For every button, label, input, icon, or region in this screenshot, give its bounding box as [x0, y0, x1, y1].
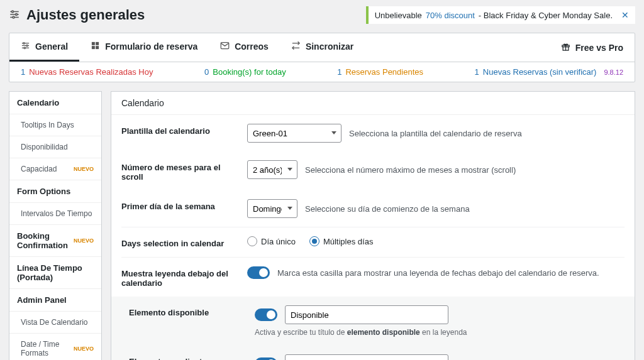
tab-label: Sincronizar	[306, 41, 353, 52]
disp-toggle[interactable]	[255, 308, 277, 321]
plantilla-select[interactable]: Green-01	[247, 124, 341, 143]
sidebar-item-label: Capacidad	[21, 165, 57, 173]
sidebar-item-label: Booking Confirmation	[17, 231, 74, 250]
close-icon[interactable]: ✕	[621, 10, 629, 20]
meses-help: Selecciona el número máximo de meses a m…	[305, 165, 516, 175]
sidebar-item-datetime[interactable]: Date / Time FormatsNUEVO	[9, 334, 101, 360]
sidebar-item-disponibilidad[interactable]: Disponibilidad	[9, 136, 101, 158]
sidebar-item-capacidad[interactable]: CapacidadNUEVO	[9, 158, 101, 180]
banner-post: - Black Friday & Cyber Monday Sale.	[479, 11, 613, 20]
stat-unverified[interactable]: 1 Nuevas Reservas (sin verificar)	[475, 67, 597, 77]
sidebar-item-label: Admin Panel	[17, 295, 67, 305]
stat-number: 1	[475, 67, 479, 77]
pend-label: Elemento pendiente	[129, 354, 242, 360]
primer-select[interactable]: Domingo	[247, 199, 297, 218]
disp-help: Activa y escribe tu título de elemento d…	[255, 328, 617, 337]
sidebar-item-label: Tooltips In Days	[21, 121, 74, 129]
stat-label: Reservas Pendientes	[345, 67, 423, 77]
tab-sincronizar[interactable]: Sincronizar	[280, 33, 365, 62]
section-title: Calendario	[111, 92, 635, 115]
leyenda-toggle[interactable]	[247, 266, 270, 279]
sidebar-item-form-options[interactable]: Form Options	[9, 180, 101, 203]
sliders-icon	[21, 41, 30, 52]
nuevo-badge: NUEVO	[74, 346, 94, 352]
tab-label: Correos	[235, 41, 269, 52]
tab-formulario[interactable]: Formulario de reserva	[79, 33, 209, 62]
sidebar-item-linea[interactable]: Línea De Tiempo (Portada)	[9, 257, 101, 289]
plantilla-help: Selecciona la plantilla del calendario d…	[349, 129, 522, 138]
banner-pre: Unbelievable	[375, 11, 422, 20]
tab-correos[interactable]: Correos	[209, 33, 280, 62]
leyenda-help: Marca esta casilla para mostrar una leye…	[277, 268, 599, 278]
svg-point-10	[26, 45, 28, 46]
meses-select[interactable]: 2 año(s)	[247, 160, 297, 179]
disp-input[interactable]	[285, 305, 448, 324]
banner-link[interactable]: 70% discount	[426, 11, 475, 20]
svg-rect-13	[96, 42, 99, 45]
sliders-icon	[9, 9, 20, 22]
svg-point-3	[12, 11, 14, 13]
stat-number: 1	[21, 67, 25, 77]
primer-help: Seleccione su día de comienzo de la sema…	[305, 204, 470, 214]
plantilla-label: Plantilla del calendario	[121, 124, 235, 136]
tab-general[interactable]: General	[9, 33, 79, 62]
pend-toggle[interactable]	[255, 357, 277, 360]
free-pro-label: Free vs Pro	[575, 43, 623, 53]
svg-point-5	[13, 16, 14, 18]
sidebar-item-vista[interactable]: Vista De Calendario	[9, 312, 101, 334]
svg-point-11	[24, 47, 26, 49]
radio-label: Día único	[261, 237, 296, 246]
nuevo-badge: NUEVO	[74, 166, 94, 172]
form-icon	[91, 41, 100, 52]
version-label: 9.8.12	[604, 68, 623, 76]
promo-banner: Unbelievable 70% discount - Black Friday…	[366, 6, 635, 24]
nuevo-badge: NUEVO	[74, 237, 94, 244]
days-label: Days selection in calendar	[121, 236, 235, 248]
svg-rect-12	[92, 42, 95, 45]
stat-bookings-today[interactable]: 0 Booking(s) for today	[204, 67, 286, 77]
stat-label: Booking(s) for today	[213, 67, 286, 77]
sidebar-item-intervalos[interactable]: Intervalos De Tiempo	[9, 203, 101, 225]
stat-label: Nuevas Reservas (sin verificar)	[483, 67, 597, 77]
radio-icon	[247, 236, 257, 246]
primer-label: Primer día de la semana	[121, 199, 235, 211]
sync-icon	[291, 41, 301, 52]
radio-icon	[309, 236, 319, 246]
sidebar-item-label: Form Options	[17, 187, 70, 196]
sidebar-item-tooltips[interactable]: Tooltips In Days	[9, 114, 101, 136]
sidebar: Calendario Tooltips In Days Disponibilid…	[9, 91, 102, 360]
sidebar-item-admin[interactable]: Admin Panel	[9, 289, 101, 312]
svg-rect-14	[92, 46, 95, 49]
disp-label: Elemento disponible	[129, 305, 242, 317]
radio-label: Múltiples días	[323, 237, 373, 246]
sidebar-item-booking-conf[interactable]: Booking ConfirmationNUEVO	[9, 225, 101, 257]
meses-label: Número de meses para el scroll	[121, 160, 235, 182]
mail-icon	[220, 41, 230, 52]
sidebar-item-label: Línea De Tiempo (Portada)	[17, 263, 94, 282]
stat-number: 0	[204, 67, 209, 77]
sidebar-item-calendario[interactable]: Calendario	[9, 92, 101, 114]
sidebar-item-label: Intervalos De Tiempo	[21, 209, 92, 218]
sidebar-item-label: Vista De Calendario	[21, 318, 88, 327]
stat-number: 1	[337, 67, 341, 77]
pend-input[interactable]	[285, 354, 448, 360]
sidebar-item-label: Disponibilidad	[21, 143, 68, 151]
stat-label: Nuevas Reservas Realizadas Hoy	[29, 67, 153, 77]
tab-label: Formulario de reserva	[105, 41, 197, 52]
free-vs-pro-link[interactable]: Free vs Pro	[550, 42, 635, 53]
radio-dia-unico[interactable]: Día único	[247, 236, 296, 246]
sidebar-item-label: Calendario	[17, 98, 59, 107]
stat-pending[interactable]: 1 Reservas Pendientes	[337, 67, 423, 77]
svg-point-4	[16, 13, 18, 15]
stat-new-today[interactable]: 1 Nuevas Reservas Realizadas Hoy	[21, 67, 153, 77]
page-title: Ajustes generales	[26, 7, 145, 23]
tab-label: General	[35, 41, 68, 52]
sidebar-item-label: Date / Time Formats	[21, 340, 74, 357]
radio-mult-dias[interactable]: Múltiples días	[309, 236, 373, 246]
svg-point-9	[23, 43, 25, 45]
svg-rect-15	[96, 46, 99, 49]
leyenda-label: Muestra leyenda debajo del calendario	[121, 266, 235, 288]
gift-icon	[561, 42, 570, 53]
